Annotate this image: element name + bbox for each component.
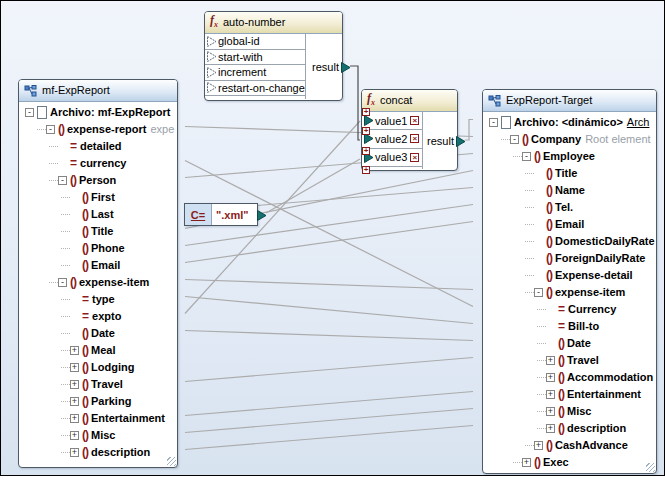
expand-toggle[interactable]: - <box>58 176 67 185</box>
tree-row-description[interactable]: +()description <box>19 444 177 461</box>
resize-grip[interactable] <box>167 457 176 466</box>
input-connector-global-id[interactable] <box>207 36 217 47</box>
function-input-value2[interactable]: value2× <box>362 130 422 148</box>
expand-toggle[interactable]: + <box>70 414 79 423</box>
expand-toggle[interactable]: - <box>510 135 519 144</box>
tree-row-employee[interactable]: -()Employee <box>483 148 656 165</box>
add-input-icon[interactable]: + <box>362 166 370 174</box>
tree-row-bill-to[interactable]: =Bill-to <box>483 318 656 335</box>
delete-input-icon[interactable]: × <box>410 134 419 143</box>
expand-toggle[interactable]: + <box>70 431 79 440</box>
tree-row-first[interactable]: ()First <box>19 189 177 206</box>
expand-toggle[interactable]: - <box>25 108 34 117</box>
expand-toggle[interactable]: + <box>70 363 79 372</box>
expand-toggle[interactable]: + <box>546 424 555 433</box>
tree-row-entertainment[interactable]: +()Entertainment <box>19 410 177 427</box>
tree-row-person[interactable]: -()Person <box>19 172 177 189</box>
expand-toggle[interactable]: + <box>70 346 79 355</box>
expand-toggle[interactable]: + <box>534 441 543 450</box>
expand-toggle[interactable]: - <box>46 125 55 134</box>
expand-toggle[interactable]: - <box>489 118 498 127</box>
tree-row-expto[interactable]: =expto <box>19 308 177 325</box>
tree-row-foreigndailyrate[interactable]: ()ForeignDailyRate <box>483 250 656 267</box>
tree-row-last[interactable]: ()Last <box>19 206 177 223</box>
tree-row-email[interactable]: ()Email <box>19 257 177 274</box>
tree-row-lodging[interactable]: +()Lodging <box>19 359 177 376</box>
function-input-restart-on-change[interactable]: restart-on-change <box>205 81 305 97</box>
connection-date-to-date[interactable] <box>185 331 473 341</box>
tree-row-entertainment[interactable]: +()Entertainment <box>483 386 656 403</box>
connection-travel-to-travel[interactable] <box>185 358 473 382</box>
tree-row-travel[interactable]: +()Travel <box>19 376 177 393</box>
function-input-start-with[interactable]: start-with <box>205 50 305 66</box>
tree-row-misc[interactable]: +()Misc <box>19 427 177 444</box>
expand-toggle[interactable]: + <box>522 458 531 467</box>
output-connector-result[interactable] <box>341 62 351 73</box>
add-input-icon[interactable]: + <box>362 108 370 116</box>
expand-toggle[interactable]: + <box>546 373 555 382</box>
tree-row-detailed[interactable]: =detailed <box>19 138 177 155</box>
connection-type-to-bill-to[interactable] <box>185 297 473 324</box>
connection-auto-number-result-to-concat-value2[interactable] <box>350 66 360 140</box>
function-concat[interactable]: fxconcatvalue1×value2×value3×++++result <box>361 89 458 171</box>
tree-row-description[interactable]: +()description <box>483 420 656 437</box>
function-input-global-id[interactable]: global-id <box>205 34 305 50</box>
delete-input-icon[interactable]: × <box>410 153 419 162</box>
tree-row-archivo-mf-expreport[interactable]: -Archivo: mf-ExpReport <box>19 104 177 121</box>
function-input-value3[interactable]: value3× <box>362 149 422 167</box>
tree-row-name[interactable]: ()Name <box>483 182 656 199</box>
expand-toggle[interactable]: + <box>70 380 79 389</box>
input-connector-restart-on-change[interactable] <box>207 82 217 93</box>
tree-row-parking[interactable]: +()Parking <box>19 393 177 410</box>
function-input-increment[interactable]: increment <box>205 65 305 81</box>
input-connector-start-with[interactable] <box>207 51 217 62</box>
tree-row-phone[interactable]: ()Phone <box>19 240 177 257</box>
component-expreport-target[interactable]: ExpReport-Target-Archivo: <dinámico>Arch… <box>482 89 657 474</box>
input-connector-increment[interactable] <box>207 67 217 78</box>
tree-row-currency[interactable]: =currency <box>19 155 177 172</box>
function-header[interactable]: fxauto-number <box>205 12 342 34</box>
add-input-icon[interactable]: + <box>362 127 370 135</box>
input-connector-value1[interactable] <box>364 115 374 126</box>
constant-box[interactable]: C=".xml" <box>184 203 258 226</box>
output-connector-result[interactable] <box>456 136 466 147</box>
tree-row-exec[interactable]: +()Exec <box>483 454 656 471</box>
tree-row-travel[interactable]: +()Travel <box>483 352 656 369</box>
dynamic-file-button[interactable]: Arch <box>627 114 650 131</box>
function-input-value1[interactable]: value1× <box>362 112 422 130</box>
resize-grip[interactable] <box>646 463 655 472</box>
tree-row-currency[interactable]: =Currency <box>483 301 656 318</box>
tree-row-type[interactable]: =type <box>19 291 177 308</box>
expand-toggle[interactable]: + <box>546 356 555 365</box>
tree-row-date[interactable]: ()Date <box>483 335 656 352</box>
expand-toggle[interactable]: + <box>546 407 555 416</box>
component-header[interactable]: ExpReport-Target <box>483 90 656 112</box>
tree-row-title[interactable]: ()Title <box>19 223 177 240</box>
expand-toggle[interactable]: - <box>58 278 67 287</box>
expand-toggle[interactable]: + <box>70 397 79 406</box>
connection-email-to-email[interactable] <box>185 222 473 263</box>
tree-row-expense-item[interactable]: -()expense-item <box>19 274 177 291</box>
tree-row-company[interactable]: -()CompanyRoot element <box>483 131 656 148</box>
expand-toggle[interactable]: + <box>70 448 79 457</box>
function-header[interactable]: fxconcat <box>362 90 457 112</box>
tree-row-misc[interactable]: +()Misc <box>483 403 656 420</box>
component-mf-expreport[interactable]: mf-ExpReport-Archivo: mf-ExpReport-()exp… <box>18 79 178 468</box>
tree-row-tel[interactable]: ()Tel. <box>483 199 656 216</box>
expand-toggle[interactable]: - <box>534 288 543 297</box>
tree-row-email[interactable]: ()Email <box>483 216 656 233</box>
tree-row-archivo-din-mico[interactable]: -Archivo: <dinámico>Arch <box>483 114 656 131</box>
tree-row-expense-report[interactable]: -()expense-reportexpe <box>19 121 177 138</box>
tree-row-title[interactable]: ()Title <box>483 165 656 182</box>
tree-row-accommodation[interactable]: +()Accommodation <box>483 369 656 386</box>
tree-row-meal[interactable]: +()Meal <box>19 342 177 359</box>
component-header[interactable]: mf-ExpReport <box>19 80 177 102</box>
delete-input-icon[interactable]: × <box>410 116 419 125</box>
tree-row-expense-item[interactable]: -()expense-item <box>483 284 656 301</box>
tree-row-expense-detail[interactable]: ()Expense-detail <box>483 267 656 284</box>
tree-row-cashadvance[interactable]: +()CashAdvance <box>483 437 656 454</box>
add-input-icon[interactable]: + <box>362 147 370 155</box>
function-auto-number[interactable]: fxauto-numberglobal-idstart-withincremen… <box>204 11 343 101</box>
output-connector-constant[interactable] <box>257 210 267 221</box>
tree-row-date[interactable]: ()Date <box>19 325 177 342</box>
